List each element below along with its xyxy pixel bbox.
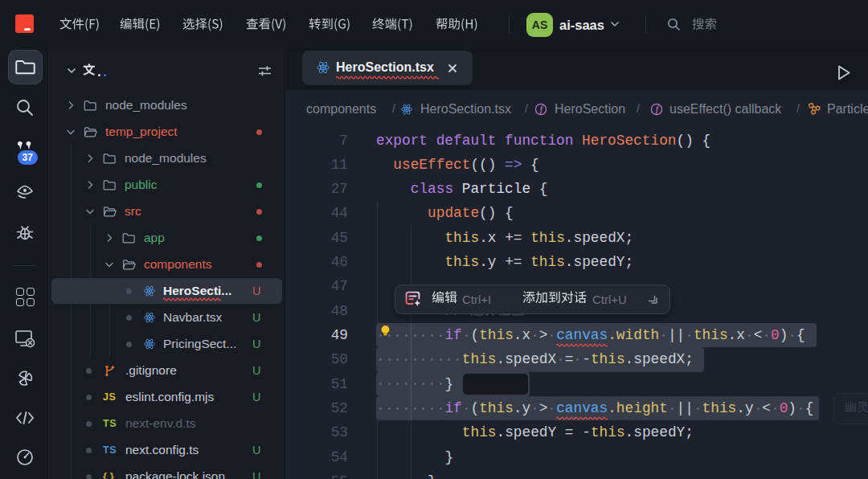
svg-text:f: f: [656, 104, 660, 114]
svg-text:f: f: [540, 104, 544, 114]
